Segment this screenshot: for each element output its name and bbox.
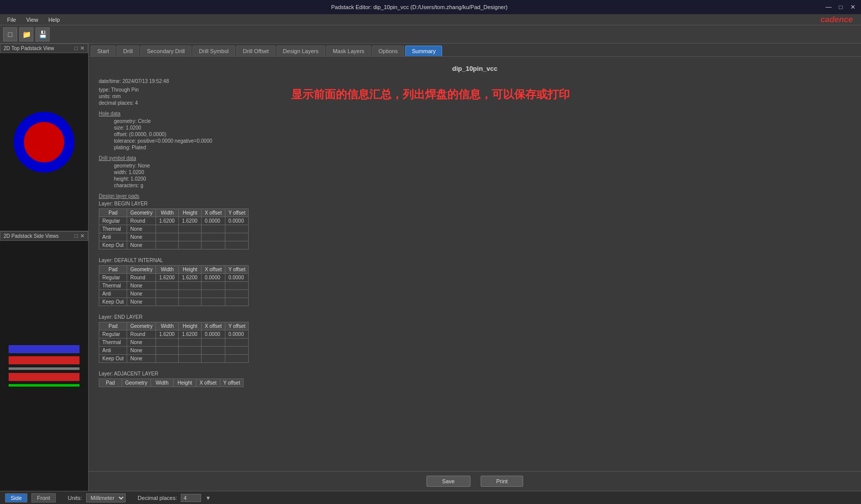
bottom-bar: Side Front Units: Millimeter Inch Decima… xyxy=(0,491,861,504)
action-buttons: Save Print xyxy=(89,471,861,491)
tab-drill[interactable]: Drill xyxy=(116,46,139,56)
top-view-title: 2D Top Padstack View xyxy=(4,46,54,51)
side-padstack-view: 2D Padstack Side Views □ ✕ xyxy=(0,231,88,491)
top-view-restore-icon[interactable]: □ xyxy=(74,45,78,52)
layer-label: Layer: DEFAULT INTERNAL xyxy=(99,258,851,263)
right-panel: Start Drill Secondary Drill Drill Symbol… xyxy=(89,44,861,491)
left-panel: 2D Top Padstack View □ ✕ 2D Padstack Sid… xyxy=(0,44,89,491)
tab-mask-layers[interactable]: Mask Layers xyxy=(326,46,371,56)
title-bar: Padstack Editor: dip_10pin_vcc (D:/Users… xyxy=(0,0,861,14)
bottom-tab-front[interactable]: Front xyxy=(31,493,56,502)
layer-tables: Layer: BEGIN LAYERPadGeometryWidthHeight… xyxy=(99,201,851,387)
layer-section: Layer: ADJACENT LAYERPadGeometryWidthHei… xyxy=(99,371,851,387)
decimal-value: 4 xyxy=(135,100,138,106)
table-row: ThermalNone xyxy=(99,339,249,347)
pad-table: PadGeometryWidthHeightX offsetY offsetRe… xyxy=(99,265,249,306)
units-value: mm xyxy=(112,94,121,99)
pad-table: PadGeometryWidthHeightX offsetY offsetRe… xyxy=(99,208,249,249)
table-row: Keep OutNone xyxy=(99,298,249,306)
datetime-value: 2024/07/13 19:52:48 xyxy=(123,78,169,84)
hole-offset: offset: (0.0000, 0.0000) xyxy=(114,132,851,137)
hole-size: size: 1.0200 xyxy=(114,125,851,131)
tab-summary[interactable]: Summary xyxy=(405,46,442,56)
bottom-tab-side[interactable]: Side xyxy=(5,493,27,502)
pad-middle-ring xyxy=(24,122,64,162)
layer-section: Layer: END LAYERPadGeometryWidthHeightX … xyxy=(99,314,851,363)
side-bar-red-2 xyxy=(9,373,80,381)
toolbar: □ 📁 💾 xyxy=(0,25,861,44)
hole-data-header: Hole data xyxy=(99,111,851,116)
window-title: Padstack Editor: dip_10pin_vcc (D:/Users… xyxy=(14,4,825,10)
side-view-close-icon[interactable]: ✕ xyxy=(80,233,85,239)
side-bar-green xyxy=(9,384,80,387)
table-row: AntiNone xyxy=(99,233,249,241)
table-row: ThermalNone xyxy=(99,225,249,233)
layer-label: Layer: ADJACENT LAYER xyxy=(99,371,851,376)
tabs: Start Drill Secondary Drill Drill Symbol… xyxy=(89,44,861,57)
side-view-header: 2D Padstack Side Views □ ✕ xyxy=(0,231,88,241)
menu-help[interactable]: Help xyxy=(43,16,65,24)
tab-drill-offset[interactable]: Drill Offset xyxy=(236,46,275,56)
save-button[interactable]: Save xyxy=(426,476,471,487)
decimal-places-input[interactable] xyxy=(181,494,201,502)
table-row: RegularRound1.62001.62000.00000.0000 xyxy=(99,274,249,282)
units-select[interactable]: Millimeter Inch xyxy=(86,493,126,502)
minimize-button[interactable]: — xyxy=(825,3,833,11)
menu-bar: File View Help cadence xyxy=(0,14,861,25)
hole-plating: plating: Plated xyxy=(114,145,851,150)
cadence-logo: cadence xyxy=(820,15,859,24)
save-toolbar-button[interactable]: 💾 xyxy=(35,27,50,41)
datetime-line: date/time: 2024/07/13 19:52:48 xyxy=(99,78,851,84)
type-value: Through Pin xyxy=(111,87,138,93)
menu-view[interactable]: View xyxy=(21,16,44,24)
summary-title: dip_10pin_vcc xyxy=(99,65,851,72)
ds-width: width: 1.0200 xyxy=(114,170,851,175)
hole-tolerance: tolerance: positive=0.0000 negative=0.00… xyxy=(114,138,851,144)
table-row: RegularRound1.62001.62000.00000.0000 xyxy=(99,330,249,339)
table-row: Keep OutNone xyxy=(99,241,249,249)
layer-section: Layer: BEGIN LAYERPadGeometryWidthHeight… xyxy=(99,201,851,249)
table-row: Keep OutNone xyxy=(99,355,249,363)
type-label: type: xyxy=(99,87,110,93)
ds-geometry: geometry: None xyxy=(114,163,851,169)
top-view-close-icon[interactable]: ✕ xyxy=(80,45,85,52)
tab-options[interactable]: Options xyxy=(372,46,404,56)
print-button[interactable]: Print xyxy=(481,476,524,487)
tab-start[interactable]: Start xyxy=(91,46,115,56)
chinese-annotation: 显示前面的信息汇总，列出焊盘的信息，可以保存或打印 xyxy=(291,87,570,102)
close-button[interactable]: ✕ xyxy=(849,3,857,11)
tab-design-layers[interactable]: Design Layers xyxy=(277,46,325,56)
decimal-dropdown-icon[interactable]: ▼ xyxy=(205,495,211,501)
top-pad-canvas xyxy=(0,53,88,231)
main-layout: 2D Top Padstack View □ ✕ 2D Padstack Sid… xyxy=(0,44,861,491)
top-view-header: 2D Top Padstack View □ ✕ xyxy=(0,44,88,53)
pad-table: PadGeometryWidthHeightX offsetY offset xyxy=(99,379,244,387)
hole-geometry: geometry: Circle xyxy=(114,118,851,124)
maximize-button[interactable]: □ xyxy=(837,3,845,11)
content-area: dip_10pin_vcc 显示前面的信息汇总，列出焊盘的信息，可以保存或打印 … xyxy=(89,57,861,471)
side-bar-red-1 xyxy=(9,356,80,364)
table-row: AntiNone xyxy=(99,290,249,298)
side-view-title: 2D Padstack Side Views xyxy=(4,233,59,239)
side-view-restore-icon[interactable]: □ xyxy=(74,233,78,239)
pad-outer-ring xyxy=(14,112,74,173)
table-row: RegularRound1.62001.62000.00000.0000 xyxy=(99,217,249,225)
ds-characters: characters: g xyxy=(114,183,851,188)
side-bar-blue-top xyxy=(9,345,80,353)
tab-drill-symbol[interactable]: Drill Symbol xyxy=(192,46,236,56)
side-pad-canvas xyxy=(0,241,88,491)
units-label: units: xyxy=(99,94,111,99)
open-button[interactable]: 📁 xyxy=(19,27,33,41)
layer-label: Layer: BEGIN LAYER xyxy=(99,201,851,206)
decimal-label: decimal places: xyxy=(99,100,134,106)
decimal-places-label: Decimal places: xyxy=(138,495,177,501)
new-button[interactable]: □ xyxy=(3,27,17,41)
design-layer-header: Design layer pads xyxy=(99,193,851,199)
drill-symbol-header: Drill symbol data xyxy=(99,155,851,161)
menu-file[interactable]: File xyxy=(2,16,21,24)
ds-height: height: 1.0200 xyxy=(114,176,851,182)
top-padstack-view: 2D Top Padstack View □ ✕ xyxy=(0,44,88,231)
table-row: AntiNone xyxy=(99,347,249,355)
tab-secondary-drill[interactable]: Secondary Drill xyxy=(140,46,191,56)
units-label: Units: xyxy=(68,495,82,501)
